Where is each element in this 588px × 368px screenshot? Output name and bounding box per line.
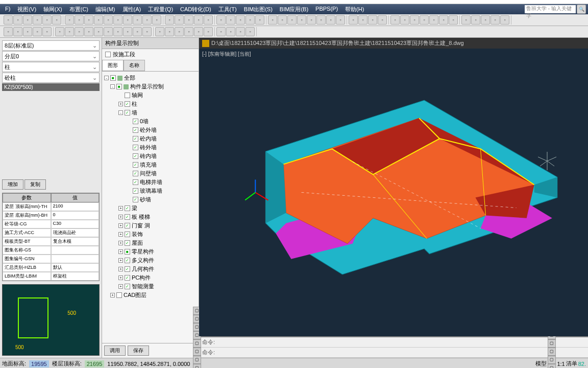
- copy-button[interactable]: 复制: [24, 179, 46, 190]
- tree-checkbox[interactable]: ✓: [133, 136, 138, 142]
- toolbar-icon[interactable]: ▫: [113, 15, 122, 25]
- tree-checkbox[interactable]: ✓: [125, 101, 130, 107]
- floor-dropdown[interactable]: 8层(标准层): [2, 40, 100, 51]
- toolbar-icon[interactable]: ▫: [500, 15, 509, 25]
- tree-checkbox[interactable]: ✓: [125, 266, 130, 272]
- tree-checkbox[interactable]: ✓: [125, 205, 130, 211]
- tree-item[interactable]: ✓砖外墙: [104, 143, 197, 152]
- toolbar-icon[interactable]: ▫: [246, 15, 255, 25]
- param-row[interactable]: 汇总类别-HZLB默认: [3, 263, 99, 272]
- tree-item[interactable]: ✓砼内墙: [104, 134, 197, 143]
- toolbar-icon[interactable]: ▫: [75, 15, 84, 25]
- toolbar-icon[interactable]: ▫: [84, 15, 93, 25]
- tree-toggle-icon[interactable]: +: [118, 275, 123, 280]
- status-toggle-icon[interactable]: ▢: [193, 339, 201, 348]
- tree-checkbox[interactable]: [116, 292, 122, 298]
- tree-checkbox[interactable]: ✓: [125, 258, 130, 263]
- toolbar-icon[interactable]: ▫: [491, 15, 500, 25]
- tree-item[interactable]: +✓几何构件: [104, 265, 197, 273]
- toolbar-icon[interactable]: ▫: [400, 15, 409, 25]
- tree-item[interactable]: ✓0墙: [104, 117, 197, 126]
- view-label[interactable]: [-] [东南等轴测] [当前]: [202, 51, 251, 58]
- tree-item[interactable]: +✓板 楼梯: [104, 213, 197, 221]
- toolbar-icon[interactable]: ▫: [165, 15, 174, 25]
- toolbar-icon[interactable]: ▫: [184, 27, 193, 36]
- tree-toggle-icon[interactable]: -: [104, 76, 109, 80]
- tree-checkbox[interactable]: ✓: [133, 197, 138, 202]
- element-name-row[interactable]: KZ(500*500): [2, 83, 100, 91]
- tree-checkbox[interactable]: ✓: [125, 284, 130, 289]
- status-toggle-icon[interactable]: ▢: [548, 356, 556, 364]
- 3d-viewport[interactable]: [-] [东南等轴测] [当前]: [199, 49, 588, 336]
- toolbar-icon[interactable]: ▫: [216, 27, 226, 36]
- toolbar-icon[interactable]: ▫: [226, 15, 235, 25]
- tree-checkbox[interactable]: ■: [110, 75, 116, 81]
- toolbar-icon[interactable]: ▫: [142, 15, 152, 25]
- toolbar-icon[interactable]: ▫: [33, 15, 42, 25]
- toolbar-icon[interactable]: ▫: [52, 15, 61, 25]
- toolbar-icon[interactable]: ▫: [349, 15, 358, 25]
- toolbar-icon[interactable]: ▫: [194, 27, 203, 36]
- tree-item[interactable]: +✓梁: [104, 204, 197, 213]
- toolbar-icon[interactable]: ▫: [42, 27, 52, 36]
- tree-toggle-icon[interactable]: +: [118, 206, 123, 211]
- tree-checkbox[interactable]: ✓: [133, 179, 138, 185]
- visibility-tree[interactable]: -■全部-■构件显示控制轴网+✓柱-✓墙✓0墙✓砼外墙✓砼内墙✓砖外墙✓砖内墙✓…: [102, 72, 199, 343]
- toolbar-icon[interactable]: ▫: [336, 15, 345, 25]
- menu-item[interactable]: 布置(C): [66, 5, 91, 14]
- status-toggle-icon[interactable]: ▢: [548, 364, 556, 369]
- toolbar-icon[interactable]: ▫: [142, 27, 152, 36]
- tree-item[interactable]: -■构件显示控制: [104, 82, 197, 91]
- add-button[interactable]: 增加: [2, 179, 23, 190]
- toolbar-icon[interactable]: ▫: [368, 15, 377, 25]
- toolbar-icon[interactable]: ▫: [246, 27, 255, 36]
- view-compass[interactable]: [537, 151, 557, 171]
- menu-item[interactable]: BIM应用(B): [277, 5, 311, 14]
- toolbar-icon[interactable]: ▫: [75, 27, 84, 36]
- tree-checkbox[interactable]: ✓: [133, 145, 138, 150]
- toolbar-icon[interactable]: ▫: [123, 15, 132, 25]
- tree-toggle-icon[interactable]: -: [118, 110, 123, 115]
- param-row[interactable]: LBIM类型-LBIM框架柱: [3, 272, 99, 281]
- tree-item[interactable]: +✓屋面: [104, 239, 197, 247]
- tree-toggle-icon[interactable]: +: [118, 258, 123, 263]
- tree-toggle-icon[interactable]: +: [118, 232, 123, 237]
- toolbar-icon[interactable]: ▫: [236, 15, 245, 25]
- toolbar-icon[interactable]: ▫: [429, 15, 438, 25]
- toolbar-icon[interactable]: ▫: [226, 27, 235, 36]
- tree-item[interactable]: -■全部: [104, 74, 197, 82]
- toolbar-icon[interactable]: ▫: [481, 15, 490, 25]
- tree-checkbox[interactable]: ✓: [133, 171, 138, 176]
- menu-item[interactable]: PBPS(P): [312, 5, 341, 14]
- toolbar-icon[interactable]: ▫: [204, 15, 213, 25]
- tree-toggle-icon[interactable]: +: [110, 293, 115, 297]
- tree-checkbox[interactable]: ■: [125, 249, 130, 255]
- tree-checkbox[interactable]: ✓: [125, 275, 130, 281]
- tree-checkbox[interactable]: ✓: [125, 232, 130, 237]
- tree-item[interactable]: ✓砖内墙: [104, 152, 197, 160]
- tree-item[interactable]: ✓玻璃幕墙: [104, 187, 197, 195]
- toolbar-icon[interactable]: ▫: [4, 15, 13, 25]
- toolbar-icon[interactable]: ▫: [65, 15, 74, 25]
- toolbar-icon[interactable]: ▫: [278, 15, 287, 25]
- toolbar-icon[interactable]: ▫: [471, 15, 480, 25]
- search-icon[interactable]: 🔍: [577, 5, 586, 14]
- tree-checkbox[interactable]: ■: [116, 84, 122, 89]
- status-toggle-icon[interactable]: ▢: [548, 348, 556, 356]
- help-search-input[interactable]: 鲁班大学 - 输入关键字: [525, 5, 576, 13]
- toolbar-icon[interactable]: ▫: [55, 27, 64, 36]
- toolbar-icon[interactable]: ▫: [104, 15, 113, 25]
- toolbar-icon[interactable]: ▫: [204, 27, 213, 36]
- toolbar-icon[interactable]: ▫: [94, 27, 103, 36]
- tree-toggle-icon[interactable]: +: [118, 284, 123, 289]
- tree-checkbox[interactable]: ✓: [133, 119, 138, 124]
- tree-item[interactable]: ✓砼外墙: [104, 126, 197, 134]
- menu-item[interactable]: BIM出图(S): [241, 5, 276, 14]
- toolbar-icon[interactable]: ▫: [461, 15, 471, 25]
- tree-item[interactable]: +✓柱: [104, 100, 197, 108]
- toolbar-icon[interactable]: ▫: [33, 27, 42, 36]
- construction-stage-checkbox[interactable]: 按施工段: [102, 49, 199, 60]
- toolbar-icon[interactable]: ▫: [439, 15, 448, 25]
- toolbar-icon[interactable]: ▫: [113, 27, 122, 36]
- param-row[interactable]: 模板类型-BT复合木模: [3, 237, 99, 246]
